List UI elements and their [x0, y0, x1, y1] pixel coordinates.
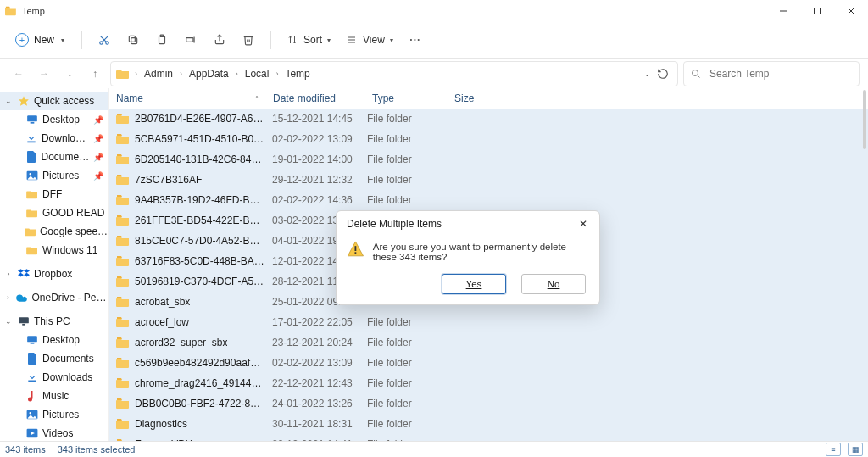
table-row[interactable]: chrome_drag2416_49144650322-12-2021 12:4… — [109, 373, 868, 393]
tree-item[interactable]: Music — [0, 387, 108, 405]
column-type[interactable]: Type — [365, 92, 448, 104]
window-title: Temp — [22, 6, 45, 16]
svg-rect-32 — [31, 391, 33, 399]
chevron-right-icon[interactable]: › — [3, 293, 13, 302]
no-button[interactable]: No — [521, 274, 586, 294]
file-name: 5CBA5971-451D-4510-B06C-CF90B26D2... — [135, 133, 265, 145]
tree-label: Downloads — [42, 132, 90, 144]
search-box[interactable] — [683, 61, 860, 86]
file-date: 02-02-2022 14:36 — [265, 194, 360, 206]
star-icon — [17, 95, 31, 107]
table-row[interactable]: DBB0C0B0-FBF2-4722-88AD-CDEF3FAD...24-01… — [109, 393, 868, 414]
tree-item[interactable]: Videos — [0, 424, 108, 442]
svg-rect-27 — [22, 324, 25, 326]
close-button[interactable] — [834, 0, 868, 22]
file-type: File folder — [360, 113, 442, 125]
downloads-icon — [25, 371, 39, 383]
file-name: c569b9eeb482492d90aaf95a6feddebd.u... — [135, 357, 265, 369]
close-icon[interactable]: ✕ — [576, 216, 591, 231]
scrollbar[interactable] — [860, 90, 868, 440]
view-icons-button[interactable]: ▦ — [848, 443, 863, 456]
back-button[interactable]: ← — [8, 64, 29, 84]
music-icon — [25, 390, 39, 402]
table-row[interactable]: 9A4B357B-19D2-46FD-BD9B-5E321B59F...02-0… — [109, 190, 868, 210]
tree-item[interactable]: DFF — [0, 185, 108, 203]
tree-group[interactable]: ⌄Quick access — [0, 92, 108, 110]
tree-item[interactable]: Desktop — [0, 331, 108, 349]
breadcrumb-item[interactable]: Local — [243, 68, 271, 80]
table-row[interactable]: acrord32_super_sbx23-12-2021 20:24File f… — [109, 332, 868, 353]
tree-item[interactable]: Google speech e — [0, 222, 108, 241]
view-button[interactable]: View ▾ — [341, 31, 398, 49]
table-row[interactable]: acrocef_low17-01-2022 22:05File folder — [109, 312, 868, 332]
column-size[interactable]: Size — [448, 92, 506, 104]
yes-button[interactable]: Yes — [442, 274, 506, 294]
onedrive-icon — [16, 293, 29, 302]
pictures-icon — [25, 170, 39, 181]
more-button[interactable]: ··· — [403, 28, 427, 52]
chevron-down-icon[interactable]: ⌄ — [3, 97, 14, 105]
recent-button[interactable]: ⌄ — [59, 64, 80, 84]
search-input[interactable] — [708, 67, 852, 81]
chevron-down-icon[interactable]: ⌄ — [3, 317, 14, 326]
sort-button[interactable]: Sort ▾ — [281, 31, 336, 49]
table-row[interactable]: 5CBA5971-451D-4510-B06C-CF90B26D2...02-0… — [109, 129, 868, 149]
column-date[interactable]: Date modified — [266, 92, 365, 104]
tree-item[interactable]: Pictures📌 — [0, 166, 108, 185]
dialog-message: Are you sure you want to permanently del… — [373, 240, 589, 262]
dialog-title: Delete Multiple Items — [347, 218, 442, 230]
address-bar[interactable]: › Admin › AppData › Local › Temp ⌄ — [110, 61, 678, 86]
tree-item[interactable]: Documents📌 — [0, 148, 108, 166]
chevron-down-icon[interactable]: ⌄ — [644, 70, 650, 78]
tree-label: Desktop — [42, 114, 80, 125]
folder-icon — [116, 276, 130, 287]
share-button[interactable] — [208, 28, 231, 52]
folder-icon — [5, 6, 17, 16]
breadcrumb-item[interactable]: AppData — [187, 68, 231, 80]
new-button[interactable]: + New ▾ — [8, 30, 71, 50]
folder-icon — [116, 377, 130, 389]
table-row[interactable]: 7zSC7B316AF29-12-2021 12:32File folder — [109, 170, 868, 190]
folder-icon — [25, 208, 39, 218]
breadcrumb-item[interactable]: Admin — [142, 68, 175, 80]
tree-label: This PC — [34, 315, 70, 327]
folder-icon — [116, 235, 130, 247]
table-row[interactable]: 6D205140-131B-42C6-84C7-4C0E388546...19-… — [109, 149, 868, 170]
tree-group[interactable]: ›OneDrive - Person — [0, 288, 108, 307]
cut-button[interactable] — [92, 28, 116, 52]
rename-button[interactable] — [179, 28, 203, 52]
tree-item[interactable]: GOOD READ — [0, 203, 108, 222]
refresh-button[interactable] — [657, 68, 669, 80]
paste-button[interactable] — [150, 28, 174, 52]
view-details-button[interactable]: ≡ — [826, 443, 841, 456]
table-row[interactable]: Diagnostics30-11-2021 18:31File folder — [109, 414, 868, 434]
tree-item[interactable]: Pictures — [0, 405, 108, 424]
copy-button[interactable] — [121, 28, 145, 52]
folder-icon — [116, 174, 130, 186]
file-date: 19-01-2022 14:00 — [265, 153, 360, 165]
tree-item[interactable]: Windows 11 — [0, 241, 108, 259]
table-row[interactable]: c569b9eeb482492d90aaf95a6feddebd.u...02-… — [109, 353, 868, 373]
chevron-right-icon[interactable]: › — [3, 270, 14, 278]
folder-icon — [116, 337, 130, 348]
svg-rect-30 — [28, 381, 36, 382]
minimize-button[interactable] — [766, 0, 800, 22]
folder-icon — [25, 245, 39, 255]
column-name[interactable]: Name˄ — [109, 92, 266, 104]
tree-item[interactable]: Downloads📌 — [0, 129, 108, 148]
file-type: File folder — [360, 153, 442, 165]
tree-item[interactable]: Documents — [0, 349, 108, 368]
delete-button[interactable] — [236, 28, 260, 52]
forward-button[interactable]: → — [34, 64, 54, 84]
tree-item[interactable]: Desktop📌 — [0, 110, 108, 129]
maximize-button[interactable] — [800, 0, 834, 22]
scrollbar-thumb[interactable] — [863, 90, 866, 149]
folder-icon — [116, 418, 130, 430]
table-row[interactable]: 2B0761D4-E26E-4907-A64C-2501294857...15-… — [109, 109, 868, 129]
tree-item[interactable]: Downloads — [0, 368, 108, 387]
breadcrumb-item[interactable]: Temp — [283, 68, 311, 80]
up-button[interactable]: ↑ — [85, 64, 105, 84]
tree-group[interactable]: ⌄This PC — [0, 312, 108, 331]
file-date: 24-01-2022 13:26 — [265, 398, 360, 410]
tree-group[interactable]: ›Dropbox — [0, 265, 108, 283]
